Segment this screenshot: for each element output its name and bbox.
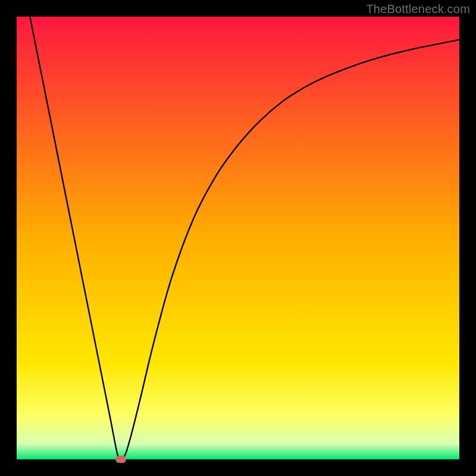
minimum-marker: [115, 456, 126, 463]
chart-background: [17, 17, 459, 459]
attribution-text: TheBottleneck.com: [366, 2, 470, 16]
bottleneck-chart: [17, 17, 459, 459]
